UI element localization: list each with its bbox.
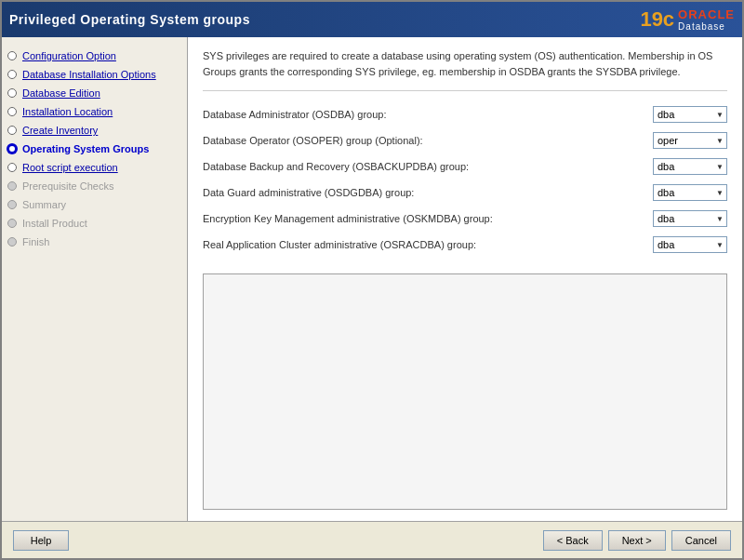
back-button[interactable]: < Back <box>543 530 603 551</box>
form-row-4: Encryption Key Management administrative… <box>203 210 727 227</box>
select-3[interactable]: dbaoperoinstall <box>653 184 727 201</box>
sidebar-section: Configuration Option Database Installati… <box>2 45 187 253</box>
step-dot-7 <box>7 163 17 172</box>
sidebar-label-create-inventory: Create Inventory <box>22 125 98 136</box>
oracle-product: Database <box>678 21 725 32</box>
select-5[interactable]: dbaoperoinstall <box>653 236 727 253</box>
log-area <box>203 273 727 510</box>
sidebar-item-configuration-option[interactable]: Configuration Option <box>2 47 187 65</box>
sidebar-item-prerequisite-checks: Prerequisite Checks <box>2 177 187 195</box>
sidebar-label-prerequisite-checks: Prerequisite Checks <box>22 180 113 192</box>
sidebar-label-database-edition: Database Edition <box>22 87 100 99</box>
next-button[interactable]: Next > <box>608 530 666 551</box>
form-label-1: Database Operator (OSOPER) group (Option… <box>203 135 653 146</box>
oracle-text: ORACLE Database <box>678 7 735 32</box>
help-button[interactable]: Help <box>13 530 69 551</box>
title-bar-left: Privileged Operating System groups <box>9 12 250 27</box>
form-label-3: Data Guard administrative (OSDGDBA) grou… <box>203 187 653 198</box>
step-dot-10 <box>7 219 17 228</box>
info-text: SYS privileges are required to create a … <box>203 48 727 91</box>
sidebar-item-root-script-execution[interactable]: Root script execution <box>2 158 187 177</box>
sidebar-item-installation-location[interactable]: Installation Location <box>2 102 187 121</box>
step-dot-9 <box>7 200 17 209</box>
step-dot-2 <box>7 70 17 79</box>
form-label-5: Real Application Cluster administrative … <box>203 239 653 250</box>
oracle-logo: 19c ORACLE Database <box>640 7 735 32</box>
step-dot-3 <box>7 88 17 98</box>
select-0[interactable]: dbaoperoinstall <box>653 106 727 123</box>
sidebar-label-operating-system-groups: Operating System Groups <box>22 143 149 154</box>
form-row-0: Database Administrator (OSDBA) group:dba… <box>203 106 727 123</box>
oracle-version: 19c <box>640 7 674 32</box>
oracle-brand: ORACLE <box>678 7 735 21</box>
select-wrapper-5: dbaoperoinstall <box>653 236 727 253</box>
sidebar-label-finish: Finish <box>22 236 49 247</box>
sidebar-item-summary: Summary <box>2 195 187 214</box>
footer: Help < Back Next > Cancel <box>2 521 742 558</box>
step-dot-11 <box>7 237 17 247</box>
form-row-5: Real Application Cluster administrative … <box>203 236 727 253</box>
select-1[interactable]: dbaoperoinstall <box>653 132 727 149</box>
select-wrapper-3: dbaoperoinstall <box>653 184 727 201</box>
form-rows: Database Administrator (OSDBA) group:dba… <box>203 106 727 262</box>
form-row-2: Database Backup and Recovery (OSBACKUPDB… <box>203 158 727 175</box>
form-row-3: Data Guard administrative (OSDGDBA) grou… <box>203 184 727 201</box>
select-wrapper-2: dbaoperoinstall <box>653 158 727 175</box>
content-area: SYS privileges are required to create a … <box>188 37 742 521</box>
step-dot-8 <box>7 181 17 191</box>
sidebar-label-summary: Summary <box>22 199 66 210</box>
select-wrapper-0: dbaoperoinstall <box>653 106 727 123</box>
main-content: Configuration Option Database Installati… <box>2 37 742 521</box>
select-2[interactable]: dbaoperoinstall <box>653 158 727 175</box>
form-row-1: Database Operator (OSOPER) group (Option… <box>203 132 727 149</box>
cancel-button[interactable]: Cancel <box>671 530 731 551</box>
sidebar-label-install-product: Install Product <box>22 218 87 229</box>
sidebar-label-installation-location: Installation Location <box>22 106 113 117</box>
sidebar-item-finish: Finish <box>2 233 187 251</box>
sidebar-item-database-installation-options[interactable]: Database Installation Options <box>2 65 187 84</box>
sidebar-item-operating-system-groups[interactable]: Operating System Groups <box>2 140 187 158</box>
window-title: Privileged Operating System groups <box>9 12 250 27</box>
sidebar-label-configuration-option: Configuration Option <box>22 50 116 61</box>
step-dot-1 <box>7 51 17 60</box>
main-window: Privileged Operating System groups 19c O… <box>0 0 744 560</box>
sidebar-item-database-edition[interactable]: Database Edition <box>2 84 187 102</box>
select-4[interactable]: dbaoperoinstall <box>653 210 727 227</box>
form-label-2: Database Backup and Recovery (OSBACKUPDB… <box>203 161 653 172</box>
sidebar-item-install-product: Install Product <box>2 214 187 233</box>
select-wrapper-1: dbaoperoinstall <box>653 132 727 149</box>
sidebar-item-create-inventory[interactable]: Create Inventory <box>2 121 187 140</box>
step-dot-5 <box>7 126 17 135</box>
select-wrapper-4: dbaoperoinstall <box>653 210 727 227</box>
form-label-4: Encryption Key Management administrative… <box>203 213 653 224</box>
step-dot-4 <box>7 107 17 116</box>
footer-right: < Back Next > Cancel <box>543 530 731 551</box>
step-dot-6 <box>7 144 17 153</box>
sidebar-label-root-script-execution: Root script execution <box>22 162 118 173</box>
sidebar-label-database-installation-options: Database Installation Options <box>22 69 156 80</box>
form-label-0: Database Administrator (OSDBA) group: <box>203 109 653 120</box>
sidebar: Configuration Option Database Installati… <box>2 37 188 521</box>
title-bar: Privileged Operating System groups 19c O… <box>2 2 742 37</box>
